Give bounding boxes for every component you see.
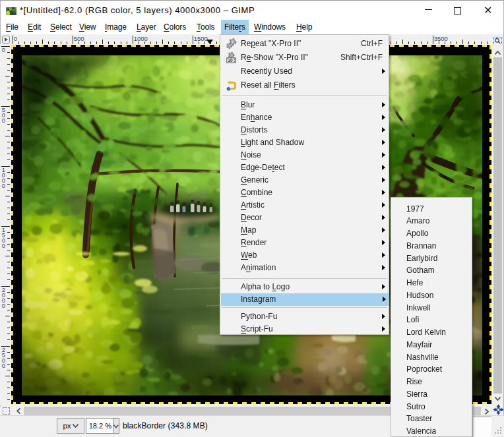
svg-text:10: 10	[228, 57, 233, 62]
